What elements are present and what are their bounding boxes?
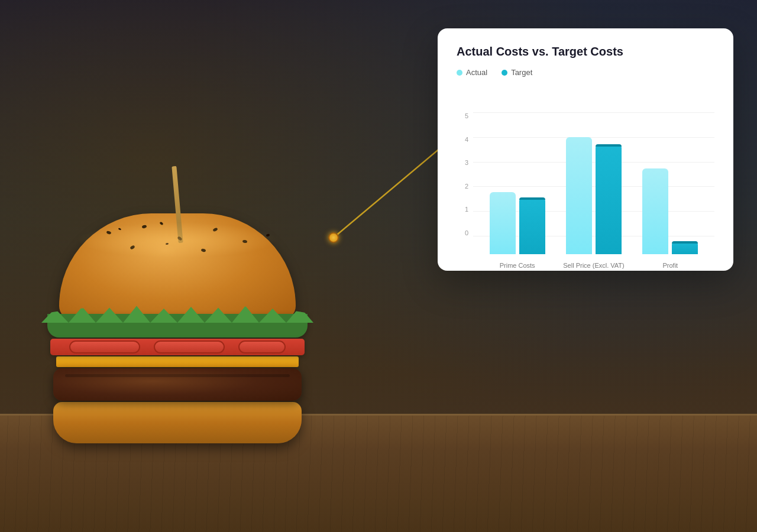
tomato-slice xyxy=(238,340,286,353)
chart-bars-container: Prime Costs Sell Price (Excl. VAT) xyxy=(473,112,714,254)
legend-actual: Actual xyxy=(457,68,487,77)
y-label-1: 1 xyxy=(457,206,468,213)
sesame-seed xyxy=(200,248,206,252)
y-label-5: 5 xyxy=(457,112,468,119)
sesame-seed xyxy=(212,228,218,232)
connector-dot xyxy=(328,232,339,243)
y-label-3: 3 xyxy=(457,159,468,166)
chart-legend: Actual Target xyxy=(457,68,714,77)
tomato-slice xyxy=(69,340,140,353)
bar-prime-costs-actual xyxy=(490,192,516,254)
bar-label-profit: Profit xyxy=(635,262,706,269)
bun-top xyxy=(59,213,296,320)
chart-card: Actual Costs vs. Target Costs Actual Tar… xyxy=(438,28,733,271)
bar-column-prime-costs: Prime Costs xyxy=(490,130,545,254)
legend-actual-dot xyxy=(457,70,462,76)
lettuce xyxy=(47,314,308,338)
sesame-seed xyxy=(141,225,147,229)
grid-line xyxy=(473,112,714,113)
bar-pair-profit xyxy=(642,130,698,254)
bar-sell-price-target xyxy=(596,144,622,254)
bar-prime-costs-target xyxy=(519,197,545,254)
bar-pair-sell-price xyxy=(566,130,622,254)
sesame-seed xyxy=(130,245,135,249)
bar-sell-price-actual xyxy=(566,137,592,254)
legend-actual-label: Actual xyxy=(466,68,487,77)
sesame-seed xyxy=(177,236,182,241)
legend-target-label: Target xyxy=(511,68,532,77)
chart-area: 0 1 2 3 4 5 xyxy=(457,89,714,254)
tomato-slice xyxy=(154,340,225,353)
y-axis: 0 1 2 3 4 5 xyxy=(457,112,468,254)
bar-column-sell-price: Sell Price (Excl. VAT) xyxy=(566,130,622,254)
y-label-0: 0 xyxy=(457,229,468,236)
beef-patty xyxy=(53,368,302,401)
bar-column-profit: Profit xyxy=(642,130,698,254)
cheese xyxy=(56,356,299,367)
bars-group: Prime Costs Sell Price (Excl. VAT) xyxy=(473,130,714,254)
chart-title: Actual Costs vs. Target Costs xyxy=(457,45,714,59)
bun-bottom xyxy=(53,402,302,443)
sesame-seed-dark xyxy=(166,243,169,245)
sesame-seed xyxy=(106,231,111,235)
bar-profit-target xyxy=(672,241,698,254)
bar-label-prime-costs: Prime Costs xyxy=(482,262,553,269)
sesame-seed xyxy=(159,222,163,226)
legend-target: Target xyxy=(502,68,532,77)
bar-profit-actual xyxy=(642,168,668,254)
burger-illustration xyxy=(30,106,325,443)
y-label-4: 4 xyxy=(457,136,468,143)
legend-target-dot xyxy=(502,70,507,76)
bar-label-sell-price: Sell Price (Excl. VAT) xyxy=(558,262,629,269)
y-label-2: 2 xyxy=(457,183,468,190)
burger-stick xyxy=(172,166,183,243)
tomato xyxy=(50,339,305,355)
sesame-seed xyxy=(242,239,248,243)
sesame-seed-dark xyxy=(118,228,122,231)
sesame-seed-dark xyxy=(266,233,270,237)
bar-pair-prime-costs xyxy=(490,130,545,254)
